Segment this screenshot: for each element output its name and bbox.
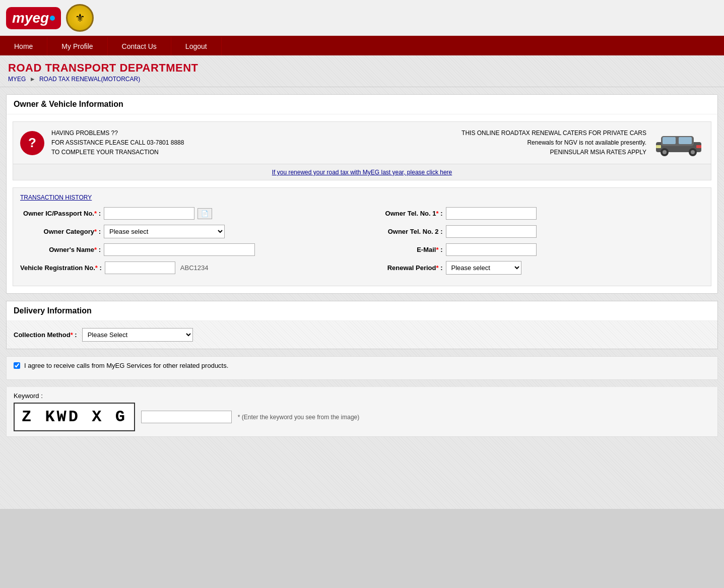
page-container: ROAD TRANSPORT DEPARTMENT MYEG ► ROAD TA…	[0, 55, 724, 509]
delivery-row-collection: Collection Method* : Please Select	[14, 328, 710, 342]
col-owner-tel2: Owner Tel. No. 2 :	[367, 225, 704, 238]
renewal-link-bar: If you renewed your road tax with MyEG l…	[13, 164, 711, 180]
myeg-logo: myeg	[6, 7, 61, 29]
captcha-hint: * (Enter the keyword you see from the im…	[238, 414, 359, 421]
agree-checkbox[interactable]	[14, 362, 20, 369]
vehicle-reg-input[interactable]	[105, 262, 175, 274]
owner-tel2-input[interactable]	[446, 225, 537, 238]
owner-ic-input[interactable]	[104, 207, 194, 220]
form-section: TRANSACTION HISTORY Owner IC/Passport No…	[13, 187, 711, 286]
info-text: HAVING PROBLEMS ?? FOR ASSISTANCE PLEASE…	[51, 128, 346, 158]
email-label: E-Mail* :	[367, 246, 443, 253]
delivery-section: Delivery Information Collection Method* …	[6, 301, 718, 349]
captcha-row: Z KWD X G * (Enter the keyword you see f…	[14, 403, 710, 431]
col-owner-ic: Owner IC/Passport No.* : 📄	[20, 207, 357, 220]
captcha-image: Z KWD X G	[14, 403, 135, 431]
jpj-symbol: ⚜	[75, 12, 85, 25]
owner-ic-label: Owner IC/Passport No.* :	[20, 210, 101, 217]
info-line3: TO COMPLETE YOUR TRANSACTION	[51, 148, 346, 157]
title-bar: ROAD TRANSPORT DEPARTMENT MYEG ► ROAD TA…	[0, 55, 724, 87]
owner-tel1-input[interactable]	[446, 207, 537, 220]
svg-rect-3	[679, 137, 692, 144]
vehicle-reg-label: Vehicle Registration No.* :	[20, 264, 102, 272]
breadcrumb: MYEG ► ROAD TAX RENEWAL(MOTORCAR)	[8, 76, 716, 83]
car-svg	[653, 127, 704, 157]
owner-category-select[interactable]: Please select	[104, 225, 225, 238]
info-banner: ? HAVING PROBLEMS ?? FOR ASSISTANCE PLEA…	[13, 121, 711, 164]
nav-myprofile[interactable]: My Profile	[47, 37, 107, 55]
form-row-category-tel2: Owner Category* : Please select Owner Te…	[20, 225, 704, 238]
delivery-form: Collection Method* : Please Select	[7, 321, 717, 349]
col-owner-tel1: Owner Tel. No. 1* :	[367, 207, 704, 220]
col-owners-name: Owner's Name* :	[20, 243, 357, 256]
navbar: Home My Profile Contact Us Logout	[0, 37, 724, 55]
renewal-period-label: Renewal Period* :	[367, 264, 443, 272]
form-row-ic-tel1: Owner IC/Passport No.* : 📄 Owner Tel. No…	[20, 207, 704, 220]
agree-text: I agree to receive calls from MyEG Servi…	[24, 362, 228, 369]
delivery-section-title: Delivery Information	[7, 301, 717, 321]
breadcrumb-root[interactable]: MYEG	[8, 76, 26, 83]
info-right-line3: PENINSULAR MSIA RATES APPLY	[353, 148, 647, 157]
breadcrumb-current[interactable]: ROAD TAX RENEWAL(MOTORCAR)	[39, 76, 140, 83]
owners-name-label: Owner's Name* :	[20, 246, 101, 253]
breadcrumb-arrow: ►	[30, 76, 36, 83]
svg-rect-9	[696, 145, 701, 148]
agree-section: I agree to receive calls from MyEG Servi…	[6, 356, 718, 380]
svg-point-5	[663, 150, 667, 154]
renewal-period-select[interactable]: Please select	[446, 261, 521, 275]
transaction-history-link[interactable]: TRANSACTION HISTORY	[20, 194, 704, 201]
svg-point-7	[691, 150, 695, 154]
keyword-label: Keyword :	[14, 392, 710, 400]
captcha-input[interactable]	[141, 411, 232, 423]
col-vehicle-reg: Vehicle Registration No.* : ABC1234	[20, 262, 357, 274]
vehicle-reg-placeholder: ABC1234	[180, 264, 209, 272]
svg-rect-8	[656, 145, 661, 148]
form-row-name-email: Owner's Name* : E-Mail* :	[20, 243, 704, 256]
info-line2: FOR ASSISTANCE PLEASE CALL 03-7801 8888	[51, 138, 346, 148]
jpj-logo: ⚜	[66, 4, 94, 32]
question-icon: ?	[20, 131, 44, 155]
info-right: THIS ONLINE ROADTAX RENEWAL CATERS FOR P…	[353, 128, 647, 158]
owner-vehicle-section: Owner & Vehicle Information ? HAVING PRO…	[6, 94, 718, 294]
info-right-line1: THIS ONLINE ROADTAX RENEWAL CATERS FOR P…	[353, 128, 647, 138]
section-title-owner: Owner & Vehicle Information	[7, 95, 717, 114]
car-icon	[653, 127, 704, 159]
nav-logout[interactable]: Logout	[171, 37, 222, 55]
owner-tel2-label: Owner Tel. No. 2 :	[367, 228, 443, 235]
dept-title: ROAD TRANSPORT DEPARTMENT	[8, 61, 716, 75]
nav-home[interactable]: Home	[0, 37, 47, 55]
ic-card-button[interactable]: 📄	[198, 208, 212, 219]
collection-method-select[interactable]: Please Select	[82, 328, 193, 342]
email-input[interactable]	[446, 243, 537, 256]
owner-tel1-label: Owner Tel. No. 1* :	[367, 210, 443, 217]
info-line1: HAVING PROBLEMS ??	[51, 128, 346, 138]
info-right-line2: Renewals for NGV is not available presen…	[353, 138, 647, 148]
renewal-link[interactable]: If you renewed your road tax with MyEG l…	[272, 169, 452, 176]
header: myeg ⚜	[0, 0, 724, 37]
keyword-section: Keyword : Z KWD X G * (Enter the keyword…	[6, 387, 718, 437]
svg-rect-2	[663, 137, 676, 144]
myeg-logo-text: myeg	[12, 10, 49, 26]
col-renewal-period: Renewal Period* : Please select	[367, 261, 704, 275]
myeg-logo-dot	[50, 16, 55, 21]
agree-row: I agree to receive calls from MyEG Servi…	[14, 362, 710, 369]
col-email: E-Mail* :	[367, 243, 704, 256]
form-row-vreg-renewal: Vehicle Registration No.* : ABC1234 Rene…	[20, 261, 704, 275]
owners-name-input[interactable]	[104, 243, 255, 256]
col-owner-category: Owner Category* : Please select	[20, 225, 357, 238]
owner-category-label: Owner Category* :	[20, 228, 101, 235]
collection-method-label: Collection Method* :	[14, 331, 77, 339]
nav-contactus[interactable]: Contact Us	[108, 37, 171, 55]
